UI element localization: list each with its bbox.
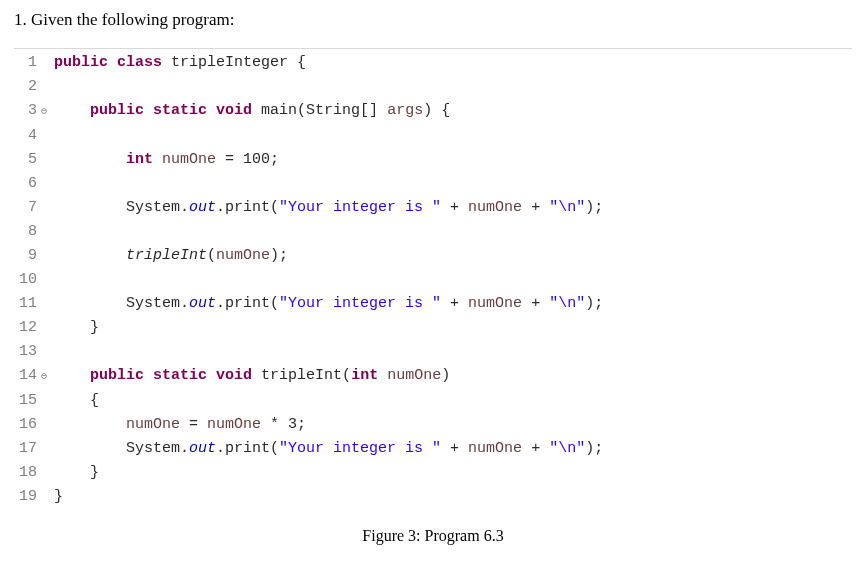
code-token: main(String[] <box>252 102 387 119</box>
code-token: ) <box>441 367 450 384</box>
code-token: ) { <box>423 102 450 119</box>
code-token <box>54 367 90 384</box>
code-token <box>54 102 90 119</box>
gutter: 14⊖ <box>14 364 54 389</box>
code-token: { <box>54 392 99 409</box>
code-content: tripleInt(numOne); <box>54 244 288 268</box>
code-token: numOne <box>387 367 441 384</box>
code-token: "\n" <box>549 295 585 312</box>
gutter: 1 <box>14 51 54 75</box>
code-token: } <box>54 464 99 481</box>
code-token: out <box>189 295 216 312</box>
code-line: 10 <box>14 268 852 292</box>
gutter: 8 <box>14 220 54 244</box>
code-token: static <box>153 102 207 119</box>
code-line: 19} <box>14 485 852 509</box>
code-content: } <box>54 461 99 485</box>
code-token: "\n" <box>549 199 585 216</box>
code-line: 18 } <box>14 461 852 485</box>
code-line: 15 { <box>14 389 852 413</box>
code-line: 14⊖ public static void tripleInt(int num… <box>14 364 852 389</box>
line-number: 14 <box>19 364 37 388</box>
code-token: System. <box>54 199 189 216</box>
line-number: 19 <box>19 485 37 509</box>
code-line: 13 <box>14 340 852 364</box>
code-token: void <box>216 102 252 119</box>
line-number: 3 <box>19 99 37 123</box>
code-token: System. <box>54 440 189 457</box>
code-token: numOne <box>216 247 270 264</box>
gutter: 3⊖ <box>14 99 54 124</box>
code-token <box>54 151 126 168</box>
gutter: 12 <box>14 316 54 340</box>
code-line: 6 <box>14 172 852 196</box>
code-token: } <box>54 319 99 336</box>
code-token <box>54 247 126 264</box>
code-line: 9 tripleInt(numOne); <box>14 244 852 268</box>
line-number: 10 <box>19 268 37 292</box>
code-token: numOne <box>468 199 522 216</box>
code-token: "Your integer is " <box>279 440 441 457</box>
gutter: 10 <box>14 268 54 292</box>
code-token: + <box>522 295 549 312</box>
line-number: 5 <box>19 148 37 172</box>
gutter: 19 <box>14 485 54 509</box>
code-content: public static void tripleInt(int numOne) <box>54 364 450 388</box>
code-token: static <box>153 367 207 384</box>
code-token: = 100; <box>216 151 279 168</box>
code-token: + <box>441 440 468 457</box>
code-token: "Your integer is " <box>279 295 441 312</box>
code-line: 16 numOne = numOne * 3; <box>14 413 852 437</box>
code-token <box>144 367 153 384</box>
code-token <box>207 367 216 384</box>
code-token: public <box>54 54 108 71</box>
code-line: 4 <box>14 124 852 148</box>
code-token: } <box>54 488 63 505</box>
code-token: numOne <box>207 416 261 433</box>
code-content: } <box>54 485 63 509</box>
code-token: tripleInteger { <box>162 54 306 71</box>
code-token: public <box>90 102 144 119</box>
fold-marker-icon[interactable]: ⊖ <box>38 100 50 124</box>
code-content: System.out.print("Your integer is " + nu… <box>54 292 603 316</box>
gutter: 9 <box>14 244 54 268</box>
code-token: out <box>189 440 216 457</box>
code-token: System. <box>54 295 189 312</box>
gutter: 13 <box>14 340 54 364</box>
code-token <box>54 416 126 433</box>
code-token <box>207 102 216 119</box>
line-number: 6 <box>19 172 37 196</box>
code-block: 1public class tripleInteger {23⊖ public … <box>14 48 852 509</box>
code-token: ); <box>585 295 603 312</box>
code-token: ); <box>270 247 288 264</box>
code-token: ( <box>207 247 216 264</box>
fold-marker-icon[interactable]: ⊖ <box>38 365 50 389</box>
code-token: + <box>522 440 549 457</box>
gutter: 4 <box>14 124 54 148</box>
gutter: 5 <box>14 148 54 172</box>
code-token: ); <box>585 199 603 216</box>
code-token: class <box>117 54 162 71</box>
code-token: + <box>441 199 468 216</box>
line-number: 4 <box>19 124 37 148</box>
code-token: out <box>189 199 216 216</box>
line-number: 17 <box>19 437 37 461</box>
line-number: 16 <box>19 413 37 437</box>
gutter: 7 <box>14 196 54 220</box>
figure-caption: Figure 3: Program 6.3 <box>14 527 852 545</box>
code-token: public <box>90 367 144 384</box>
code-content: { <box>54 389 99 413</box>
code-token: void <box>216 367 252 384</box>
line-number: 12 <box>19 316 37 340</box>
document-root: 1. Given the following program: 1public … <box>0 0 866 557</box>
line-number: 18 <box>19 461 37 485</box>
code-token: .print( <box>216 295 279 312</box>
code-line: 7 System.out.print("Your integer is " + … <box>14 196 852 220</box>
code-token: + <box>522 199 549 216</box>
line-number: 11 <box>19 292 37 316</box>
code-line: 3⊖ public static void main(String[] args… <box>14 99 852 124</box>
gutter: 18 <box>14 461 54 485</box>
code-token <box>153 151 162 168</box>
gutter: 16 <box>14 413 54 437</box>
code-token: ); <box>585 440 603 457</box>
